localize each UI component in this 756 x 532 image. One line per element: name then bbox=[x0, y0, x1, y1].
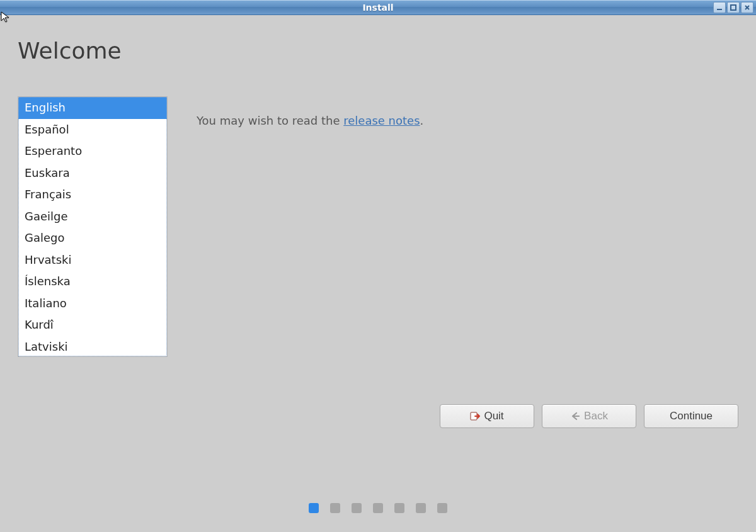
quit-icon bbox=[470, 411, 480, 421]
installer-client-area: Welcome EnglishEspañolEsperantoEuskaraFr… bbox=[0, 15, 756, 532]
back-button[interactable]: Back bbox=[542, 404, 636, 428]
language-item[interactable]: Galego bbox=[18, 227, 167, 249]
language-item[interactable]: Latviski bbox=[18, 336, 167, 358]
continue-button[interactable]: Continue bbox=[644, 404, 738, 428]
close-button[interactable] bbox=[741, 2, 753, 13]
language-item[interactable]: English bbox=[18, 97, 167, 119]
step-dot bbox=[330, 503, 340, 513]
page-title: Welcome bbox=[18, 38, 738, 64]
body-text: You may wish to read the release notes. bbox=[197, 114, 423, 127]
back-label: Back bbox=[584, 410, 608, 422]
minimize-button[interactable] bbox=[713, 2, 726, 13]
language-item[interactable]: Français bbox=[18, 184, 167, 206]
button-row: Quit Back Continue bbox=[440, 404, 738, 428]
svg-rect-0 bbox=[717, 9, 722, 10]
step-dot bbox=[437, 503, 447, 513]
language-item[interactable]: Gaeilge bbox=[18, 206, 167, 228]
body-prefix: You may wish to read the bbox=[197, 114, 343, 127]
step-dot bbox=[373, 503, 383, 513]
window-title: Install bbox=[362, 3, 393, 13]
language-item[interactable]: Euskara bbox=[18, 162, 167, 184]
language-item[interactable]: Kurdî bbox=[18, 314, 167, 336]
window-controls bbox=[713, 2, 753, 13]
language-item[interactable]: Esperanto bbox=[18, 140, 167, 162]
body-suffix: . bbox=[420, 114, 424, 127]
titlebar: Install bbox=[0, 0, 756, 15]
step-dot bbox=[309, 503, 319, 513]
language-item[interactable]: Español bbox=[18, 119, 167, 141]
continue-label: Continue bbox=[670, 410, 713, 422]
back-arrow-icon bbox=[570, 411, 580, 421]
release-notes-link[interactable]: release notes bbox=[343, 114, 420, 127]
step-dots bbox=[309, 503, 447, 513]
language-item[interactable]: Italiano bbox=[18, 293, 167, 315]
maximize-button[interactable] bbox=[727, 2, 740, 13]
quit-label: Quit bbox=[484, 410, 503, 422]
language-item[interactable]: Hrvatski bbox=[18, 249, 167, 271]
language-list[interactable]: EnglishEspañolEsperantoEuskaraFrançaisGa… bbox=[18, 96, 168, 357]
language-item[interactable]: Íslenska bbox=[18, 271, 167, 293]
content-row: EnglishEspañolEsperantoEuskaraFrançaisGa… bbox=[18, 96, 738, 357]
step-dot bbox=[416, 503, 426, 513]
quit-button[interactable]: Quit bbox=[440, 404, 534, 428]
svg-rect-1 bbox=[731, 5, 736, 10]
step-dot bbox=[352, 503, 362, 513]
step-dot bbox=[394, 503, 404, 513]
